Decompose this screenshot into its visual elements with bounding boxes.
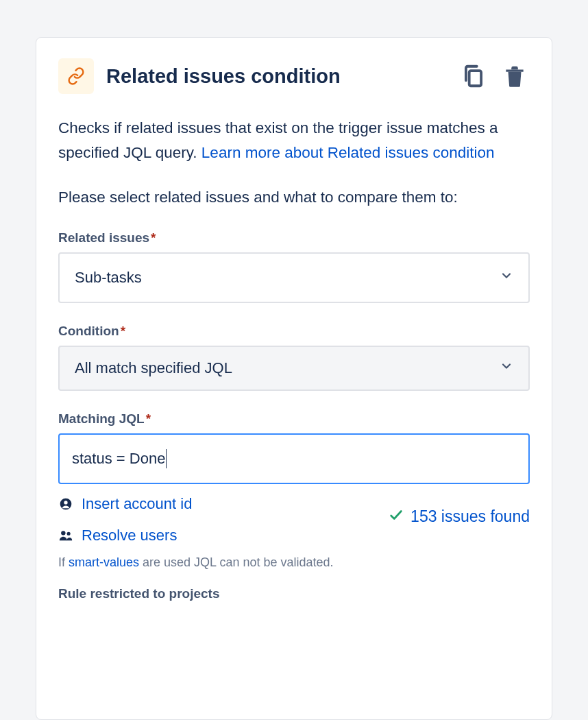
rule-restricted-label: Rule restricted to projects <box>58 586 530 601</box>
smart-values-link[interactable]: smart-values <box>69 555 139 569</box>
jql-helper-links: Insert account id Resolve users <box>58 495 192 544</box>
learn-more-link[interactable]: Learn more about Related issues conditio… <box>201 144 495 161</box>
svg-point-4 <box>67 532 71 536</box>
user-circle-icon <box>58 497 73 511</box>
required-asterisk: * <box>121 324 125 338</box>
matching-jql-input[interactable]: status = Done <box>58 433 530 484</box>
svg-point-2 <box>64 501 67 504</box>
card-header: Related issues condition <box>58 58 530 94</box>
related-issues-select[interactable]: Sub-tasks <box>58 252 530 303</box>
matching-jql-label: Matching JQL* <box>58 411 530 427</box>
condition-select[interactable]: All match specified JQL <box>58 346 530 391</box>
users-icon <box>58 528 73 543</box>
chevron-down-icon <box>500 269 513 287</box>
card-description: Checks if related issues that exist on t… <box>58 116 530 165</box>
related-issues-label: Related issues* <box>58 230 530 245</box>
card-title: Related issues condition <box>106 65 446 88</box>
required-asterisk: * <box>151 230 156 245</box>
smart-values-hint: If smart-values are used JQL can not be … <box>58 555 530 570</box>
copy-button[interactable] <box>458 61 489 91</box>
jql-helper-row: Insert account id Resolve users 153 issu… <box>58 495 530 544</box>
svg-rect-0 <box>469 71 481 86</box>
matching-jql-value: status = Done <box>72 450 165 468</box>
instruction-text: Please select related issues and what to… <box>58 186 530 210</box>
svg-point-3 <box>61 531 65 535</box>
condition-label: Condition* <box>58 324 530 339</box>
condition-value: All match specified JQL <box>75 359 232 377</box>
link-icon <box>58 58 94 94</box>
resolve-users-link[interactable]: Resolve users <box>58 527 192 544</box>
check-icon <box>389 507 404 527</box>
issues-found-text: 153 issues found <box>411 507 530 526</box>
insert-account-id-link[interactable]: Insert account id <box>58 495 192 513</box>
chevron-down-icon <box>500 359 513 377</box>
delete-button[interactable] <box>500 61 530 91</box>
text-caret <box>166 449 167 468</box>
header-actions <box>458 61 530 91</box>
required-asterisk: * <box>146 411 151 426</box>
condition-card: Related issues condition Checks if relat… <box>36 37 552 720</box>
issues-found-status: 153 issues found <box>389 507 530 527</box>
related-issues-value: Sub-tasks <box>75 269 142 287</box>
